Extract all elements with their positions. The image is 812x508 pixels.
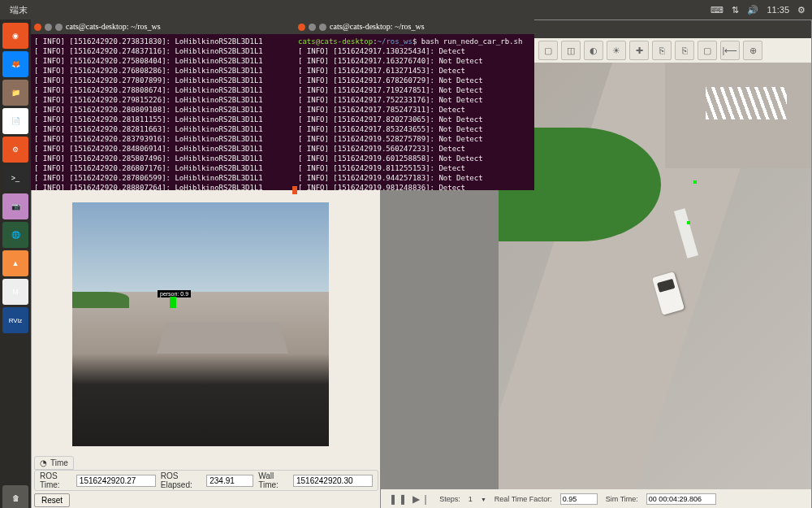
launcher-settings[interactable]: ⚙ (2, 137, 28, 163)
time-panel-header[interactable]: ◔Time (34, 456, 74, 470)
gz-tool-14[interactable]: ⎘ (675, 41, 694, 60)
gz-tool-12[interactable]: ✚ (629, 41, 649, 60)
max-icon[interactable] (55, 24, 63, 31)
gz-tool-9[interactable]: ◫ (561, 41, 581, 60)
steps-value[interactable]: 1 (469, 495, 473, 503)
min-icon[interactable] (45, 24, 52, 31)
time-panel: ROS Time: ROS Elapsed: Wall Time: (34, 470, 378, 491)
steps-label: Steps: (439, 495, 460, 503)
input-method-icon[interactable]: ⌨ (710, 5, 723, 15)
ros-time-label: ROS Time: (40, 471, 71, 489)
launcher-terminal[interactable]: >_ (2, 165, 28, 191)
gz-tool-8[interactable]: ▢ (538, 41, 558, 60)
menubar: 端末 ⌨ ⇅ 🔊 11:35 ⚙ (0, 0, 812, 20)
clock[interactable]: 11:35 (767, 5, 789, 15)
gz-tool-15[interactable]: ▢ (698, 41, 717, 60)
app-title: 端末 (10, 4, 28, 16)
play-pause-button[interactable]: ❚❚ ▶❘ (389, 493, 431, 505)
gz-tool-10[interactable]: ◐ (584, 41, 603, 60)
gz-tool-16[interactable]: |⟵ (720, 41, 740, 60)
simtime-field[interactable] (646, 493, 716, 505)
camera-view[interactable]: person: 0.9 (72, 202, 329, 446)
gz-tool-11[interactable]: ☀ (607, 41, 626, 60)
launcher-files[interactable]: 📁 (2, 80, 28, 106)
launcher-ubuntu[interactable]: ◉ (2, 23, 28, 49)
gz-tool-13[interactable]: ⎘ (652, 41, 672, 60)
window-edge-indicator (292, 186, 297, 194)
launcher-writer[interactable]: 📄 (2, 108, 28, 134)
terminal-1-output[interactable]: [ INFO] [1516242920.273831830]: LoHiblki… (31, 34, 295, 190)
max-icon[interactable] (319, 24, 326, 31)
gear-icon[interactable]: ⚙ (797, 5, 806, 15)
launcher-blender[interactable]: ▲ (2, 250, 28, 276)
min-icon[interactable] (309, 24, 316, 31)
launcher-cheese[interactable]: 📷 (2, 193, 28, 219)
reset-button[interactable]: Reset (34, 493, 70, 507)
simtime-label: Sim Time: (606, 495, 638, 503)
terminal-2-title: cats@cats-desktop: ~/ros_ws (330, 22, 425, 32)
terminal-2-output[interactable]: cats@cats-desktop:~/ros_ws$ bash run_ned… (295, 34, 534, 190)
terminal-1-title: cats@cats-desktop: ~/ros_ws (66, 22, 161, 32)
terminal-2[interactable]: cats@cats-desktop: ~/ros_ws cats@cats-de… (295, 20, 534, 190)
detection-box (170, 297, 176, 308)
terminal-1[interactable]: cats@cats-desktop: ~/ros_ws [ INFO] [151… (31, 20, 295, 190)
close-icon[interactable] (298, 24, 305, 31)
launcher-rviz[interactable]: RViz (2, 307, 28, 333)
wall-time-field[interactable] (293, 475, 373, 487)
ros-time-field[interactable] (76, 475, 156, 487)
network-icon[interactable]: ⇅ (732, 5, 739, 15)
terminal-2-titlebar[interactable]: cats@cats-desktop: ~/ros_ws (295, 20, 534, 34)
rtf-field[interactable] (560, 493, 598, 505)
gazebo-3d-view[interactable] (499, 63, 811, 489)
ros-elapsed-label: ROS Elapsed: (161, 471, 201, 489)
launcher-app[interactable]: M (2, 279, 28, 305)
terminal-1-titlebar[interactable]: cats@cats-desktop: ~/ros_ws (31, 20, 295, 34)
launcher-globe[interactable]: 🌐 (2, 222, 28, 248)
gz-tool-17[interactable]: ⊕ (743, 41, 762, 60)
wall-time-label: Wall Time: (258, 471, 288, 489)
ros-elapsed-field[interactable] (206, 475, 253, 487)
close-icon[interactable] (34, 24, 41, 31)
launcher-firefox[interactable]: 🦊 (2, 51, 28, 77)
volume-icon[interactable]: 🔊 (747, 5, 758, 15)
launcher-trash[interactable]: 🗑 (2, 485, 28, 508)
rtf-label: Real Time Factor: (495, 495, 552, 503)
unity-launcher: ◉🦊📁📄⚙>_📷🌐▲MRViz🗑 (0, 20, 31, 508)
gazebo-statusbar: ❚❚ ▶❘ Steps: 1▼ Real Time Factor: Sim Ti… (381, 489, 811, 508)
